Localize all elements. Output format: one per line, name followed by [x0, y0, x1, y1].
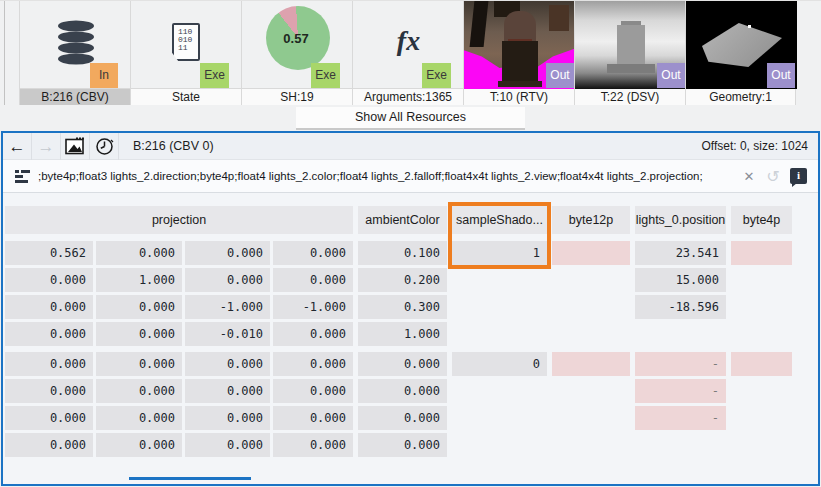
badge-out: Out: [546, 63, 574, 88]
buffer-viewer-panel: ← → B:216 (CBV 0) Offset: 0, size: 1024: [1, 131, 820, 486]
tile-icon-area: In: [20, 1, 130, 89]
tile-geometry[interactable]: Out Geometry:1: [685, 1, 796, 106]
table-cell[interactable]: -: [635, 406, 726, 430]
table-cell[interactable]: -18.596: [635, 295, 726, 319]
empty-cell: [452, 268, 547, 292]
table-cell[interactable]: 0.000: [5, 352, 93, 376]
table-cell[interactable]: 0.100: [358, 241, 447, 265]
table-cell[interactable]: 0.000: [273, 406, 353, 430]
empty-cell: [731, 268, 792, 292]
offset-size-info: Offset: 0, size: 1024: [701, 139, 818, 153]
table-cell[interactable]: [552, 352, 630, 376]
table-cell[interactable]: [552, 241, 630, 265]
table-row: 0.0000.0000.0000.0000.000: [5, 433, 816, 457]
table-cell[interactable]: [731, 352, 792, 376]
undo-button[interactable]: ↺: [760, 167, 786, 186]
table-cell[interactable]: 23.541: [635, 241, 726, 265]
table-cell[interactable]: 0.000: [185, 352, 270, 376]
table-cell[interactable]: 0.200: [358, 268, 447, 292]
table-cell[interactable]: 15.000: [635, 268, 726, 292]
table-cell[interactable]: -1.000: [185, 295, 270, 319]
table-cell[interactable]: -0.010: [185, 322, 270, 346]
table-cell[interactable]: 1: [452, 241, 547, 265]
table-cell[interactable]: 0.000: [5, 268, 93, 292]
table-cell[interactable]: 0.000: [273, 322, 353, 346]
empty-cell: [731, 295, 792, 319]
table-cell[interactable]: -: [635, 379, 726, 403]
table-cell[interactable]: 0.000: [273, 352, 353, 376]
table-cell[interactable]: 0.000: [96, 379, 182, 403]
column-header-projection[interactable]: projection: [5, 206, 353, 234]
format-string-input[interactable]: [38, 170, 734, 182]
table-row: 0.5620.0000.0000.0000.100123.541: [5, 241, 816, 265]
table-cell[interactable]: 0.000: [5, 322, 93, 346]
tile-label-geometry[interactable]: Geometry:1: [686, 89, 795, 106]
tile-arguments[interactable]: fx Exe Arguments:1365: [352, 1, 463, 106]
show-all-resources-button[interactable]: Show All Resources: [296, 107, 525, 130]
table-cell[interactable]: 0.000: [5, 295, 93, 319]
horizontal-scrollbar-thumb[interactable]: [129, 477, 251, 480]
tile-label-dsv[interactable]: T:22 (DSV): [575, 89, 685, 106]
image-view-button[interactable]: [61, 133, 90, 160]
table-cell[interactable]: 0.000: [185, 406, 270, 430]
table-cell[interactable]: 0.000: [5, 433, 93, 457]
table-cell[interactable]: 0.000: [358, 379, 447, 403]
table-cell[interactable]: 0.000: [96, 433, 182, 457]
tile-shader[interactable]: 0.57 Exe SH:19: [241, 1, 352, 106]
table-cell[interactable]: 0.000: [273, 241, 353, 265]
clear-format-button[interactable]: ✕: [738, 169, 760, 184]
table-cell[interactable]: -1.000: [273, 295, 353, 319]
table-cell[interactable]: 0.000: [96, 322, 182, 346]
column-header-byte12p[interactable]: byte12p: [552, 206, 630, 234]
tile-label-cbv[interactable]: B:216 (CBV): [20, 89, 130, 106]
tile-cbv-buffer[interactable]: In B:216 (CBV): [19, 1, 130, 106]
help-tooltip-icon[interactable]: i: [790, 168, 807, 184]
history-clock-icon: [95, 137, 114, 156]
table-cell[interactable]: 0.000: [185, 268, 270, 292]
tile-label-arguments[interactable]: Arguments:1365: [353, 89, 463, 106]
panel-title: B:216 (CBV 0): [133, 139, 214, 153]
table-cell[interactable]: 0.000: [185, 241, 270, 265]
column-header-sampleshadow[interactable]: sampleShado...: [452, 206, 547, 234]
tile-state[interactable]: 110 010 11 Exe State: [130, 1, 241, 106]
table-cell[interactable]: 0.000: [5, 379, 93, 403]
table-cell[interactable]: 0.000: [96, 295, 182, 319]
back-button[interactable]: ←: [3, 133, 32, 160]
forward-button[interactable]: →: [32, 133, 61, 160]
table-cell[interactable]: 1.000: [96, 268, 182, 292]
table-cell[interactable]: 0.000: [96, 241, 182, 265]
table-cell[interactable]: 1.000: [358, 322, 447, 346]
column-header-ambientcolor[interactable]: ambientColor: [358, 206, 447, 234]
tile-label-rtv[interactable]: T:10 (RTV): [464, 89, 574, 106]
table-cell[interactable]: 0.300: [358, 295, 447, 319]
table-cell[interactable]: 0.000: [273, 268, 353, 292]
column-header-byte4p[interactable]: byte4p: [731, 206, 792, 234]
column-header-lights0position[interactable]: lights_0.position: [635, 206, 726, 234]
format-bar: ✕ ↺ i: [3, 160, 818, 193]
table-cell[interactable]: 0: [452, 352, 547, 376]
table-cell[interactable]: 0.000: [185, 379, 270, 403]
table-cell[interactable]: 0.562: [5, 241, 93, 265]
fx-icon: fx: [353, 25, 464, 57]
table-cell[interactable]: 0.000: [5, 406, 93, 430]
history-button[interactable]: [90, 133, 119, 160]
table-cell[interactable]: 0.000: [273, 433, 353, 457]
table-cell[interactable]: 0.000: [358, 352, 447, 376]
tile-depth-stencil[interactable]: Out T:22 (DSV): [574, 1, 685, 106]
image-view-icon: [65, 137, 85, 155]
table-cell[interactable]: 0.000: [358, 406, 447, 430]
format-toggle-button[interactable]: [10, 164, 34, 188]
tile-label-state[interactable]: State: [131, 89, 241, 106]
table-cell[interactable]: 0.000: [96, 406, 182, 430]
tile-render-target[interactable]: Out T:10 (RTV): [463, 1, 574, 106]
resource-strip: In B:216 (CBV) 110 010 11 Exe State 0.57…: [0, 0, 821, 105]
tile-label-shader[interactable]: SH:19: [242, 89, 352, 106]
table-cell[interactable]: [731, 241, 792, 265]
tile-icon-area: Out: [575, 1, 685, 89]
table-cell[interactable]: 0.000: [185, 433, 270, 457]
fx-label: fx: [397, 25, 420, 56]
table-cell[interactable]: -: [635, 352, 726, 376]
table-cell[interactable]: 0.000: [358, 433, 447, 457]
table-cell[interactable]: 0.000: [273, 379, 353, 403]
table-cell[interactable]: 0.000: [96, 352, 182, 376]
